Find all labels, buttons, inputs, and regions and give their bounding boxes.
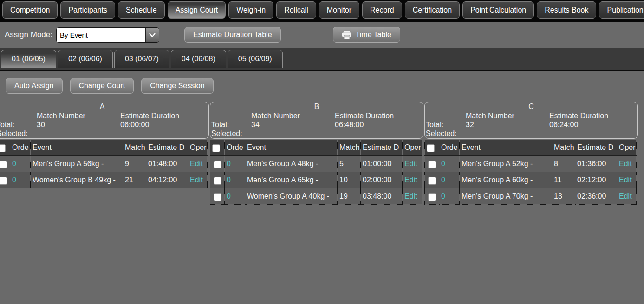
col-event: Event xyxy=(245,140,338,156)
printer-icon xyxy=(342,31,352,39)
total-label: Total: xyxy=(211,121,229,129)
edit-link[interactable]: Edit xyxy=(619,192,632,200)
order-cell: 0 xyxy=(225,188,245,205)
event-cell: Women's Group A 40kg - xyxy=(245,188,338,205)
order-cell: 0 xyxy=(439,188,460,205)
court-panel: A Match Number Estimate Duration Total: … xyxy=(0,102,209,205)
edit-link[interactable]: Edit xyxy=(190,160,203,168)
event-cell: Men's Group A 48kg - xyxy=(245,155,338,172)
top-tab-participants[interactable]: Participants xyxy=(60,1,115,19)
col-order: Orde xyxy=(225,140,245,156)
col-match: Match xyxy=(123,140,146,156)
date-tab-3[interactable]: 03 (06/07) xyxy=(114,50,169,68)
top-tab-weigh-in[interactable]: Weigh-in xyxy=(228,1,273,19)
edit-link[interactable]: Edit xyxy=(404,176,417,184)
match-number-value: 34 xyxy=(251,121,260,129)
select-all-checkbox[interactable] xyxy=(427,144,435,152)
select-all-checkbox[interactable] xyxy=(212,144,220,152)
edit-link[interactable]: Edit xyxy=(619,176,632,184)
time-table-label: Time Table xyxy=(356,31,391,39)
table-row: 0 Women's Group B 49kg - 21 04:12:00 Edi… xyxy=(0,172,208,188)
match-cell: 10 xyxy=(338,172,361,188)
time-table-button[interactable]: Time Table xyxy=(333,27,400,43)
chevron-down-icon[interactable] xyxy=(145,28,159,42)
court-table: Orde Event Match Estimate D Oper 0 Men's… xyxy=(424,140,637,205)
date-tab-1[interactable]: 01 (06/05) xyxy=(1,50,56,68)
top-tab-certification[interactable]: Certification xyxy=(405,1,460,19)
top-tab-results-book[interactable]: Results Book xyxy=(537,1,596,19)
col-estimate: Estimate D xyxy=(146,140,188,156)
table-header-row: Orde Event Match Estimate D Oper xyxy=(425,140,637,156)
session-date-tab-bar: 01 (06/05)02 (06/06)03 (06/07)04 (06/08)… xyxy=(0,48,644,71)
row-checkbox[interactable] xyxy=(428,177,436,185)
selected-label: Selected: xyxy=(0,129,28,138)
court-panel: B Match Number Estimate Duration Total: … xyxy=(210,102,423,205)
col-event: Event xyxy=(31,140,123,156)
total-label: Total: xyxy=(426,121,443,129)
estimate-duration-value: 06:00:00 xyxy=(120,121,149,129)
select-all-checkbox[interactable] xyxy=(0,144,6,152)
col-oper: Oper xyxy=(188,140,208,156)
edit-link[interactable]: Edit xyxy=(619,160,632,168)
date-tab-2[interactable]: 02 (06/06) xyxy=(58,50,113,68)
match-cell: 5 xyxy=(338,155,361,172)
estimate-duration-table-button[interactable]: Estimate Duration Table xyxy=(184,27,281,43)
table-header-row: Orde Event Match Estimate D Oper xyxy=(210,140,422,156)
row-checkbox[interactable] xyxy=(428,161,436,168)
top-tab-rollcall[interactable]: Rollcall xyxy=(276,1,316,19)
table-row: 0 Women's Group A 40kg - 19 03:48:00 Edi… xyxy=(210,188,422,205)
row-checkbox[interactable] xyxy=(214,177,221,185)
event-cell: Men's Group A 65kg - xyxy=(245,172,338,188)
table-row: 0 Men's Group A 70kg - 13 02:36:00 Edit xyxy=(425,188,637,205)
estimate-cell: 02:12:00 xyxy=(575,172,617,188)
top-tab-point-calculation[interactable]: Point Calculation xyxy=(462,1,534,19)
court-panel: C Match Number Estimate Duration Total: … xyxy=(424,102,638,205)
estimate-cell: 02:00:00 xyxy=(361,172,403,188)
row-checkbox[interactable] xyxy=(0,177,7,185)
event-cell: Men's Group A 56kg - xyxy=(31,155,123,172)
edit-link[interactable]: Edit xyxy=(404,192,417,200)
change-session-button[interactable]: Change Session xyxy=(141,78,213,94)
auto-assign-button[interactable]: Auto Assign xyxy=(6,78,63,94)
table-row: 0 Men's Group A 48kg - 5 01:00:00 Edit xyxy=(210,155,422,172)
row-checkbox[interactable] xyxy=(0,161,7,168)
order-cell: 0 xyxy=(225,172,245,188)
top-tab-schedule[interactable]: Schedule xyxy=(118,1,165,19)
row-checkbox[interactable] xyxy=(428,193,436,201)
estimate-cell: 02:36:00 xyxy=(575,188,617,205)
estimate-cell: 04:12:00 xyxy=(146,172,188,188)
date-tab-5[interactable]: 05 (06/09) xyxy=(228,50,283,68)
match-number-value: 30 xyxy=(37,121,45,129)
court-summary: A Match Number Estimate Duration Total: … xyxy=(0,102,209,139)
court-table: Orde Event Match Estimate D Oper 0 Men's… xyxy=(0,140,208,188)
estimate-duration-label: Estimate Duration xyxy=(120,112,179,120)
top-tab-assign-court[interactable]: Assign Court xyxy=(168,1,226,19)
top-tab-competition[interactable]: Competition xyxy=(2,1,58,19)
order-cell: 0 xyxy=(10,172,31,188)
table-row: 0 Men's Group A 52kg - 8 01:36:00 Edit xyxy=(425,155,637,172)
estimate-cell: 01:00:00 xyxy=(361,155,403,172)
edit-link[interactable]: Edit xyxy=(404,160,417,168)
table-row: 0 Men's Group A 65kg - 10 02:00:00 Edit xyxy=(210,172,422,188)
order-cell: 0 xyxy=(439,155,460,172)
toolbar: Assign Mode: By Event Estimate Duration … xyxy=(0,22,644,48)
match-number-label: Match Number xyxy=(37,112,85,120)
date-tab-4[interactable]: 04 (06/08) xyxy=(171,50,226,68)
row-checkbox[interactable] xyxy=(214,161,221,168)
estimate-duration-table-label: Estimate Duration Table xyxy=(193,31,272,39)
estimate-cell: 01:36:00 xyxy=(575,155,617,172)
assign-mode-select[interactable]: By Event xyxy=(56,27,159,43)
edit-link[interactable]: Edit xyxy=(190,176,203,184)
assign-mode-label: Assign Mode: xyxy=(5,30,52,39)
top-tab-record[interactable]: Record xyxy=(362,1,402,19)
estimate-cell: 01:48:00 xyxy=(146,155,188,172)
top-tab-monitor[interactable]: Monitor xyxy=(319,1,359,19)
row-checkbox[interactable] xyxy=(214,193,221,201)
match-cell: 13 xyxy=(552,188,575,205)
event-cell: Men's Group A 52kg - xyxy=(460,155,552,172)
top-tab-publication[interactable]: Publication xyxy=(599,1,644,19)
event-cell: Men's Group A 70kg - xyxy=(460,188,552,205)
match-cell: 8 xyxy=(552,155,575,172)
courts-container: A Match Number Estimate Duration Total: … xyxy=(0,102,644,205)
change-court-button[interactable]: Change Court xyxy=(70,78,134,94)
